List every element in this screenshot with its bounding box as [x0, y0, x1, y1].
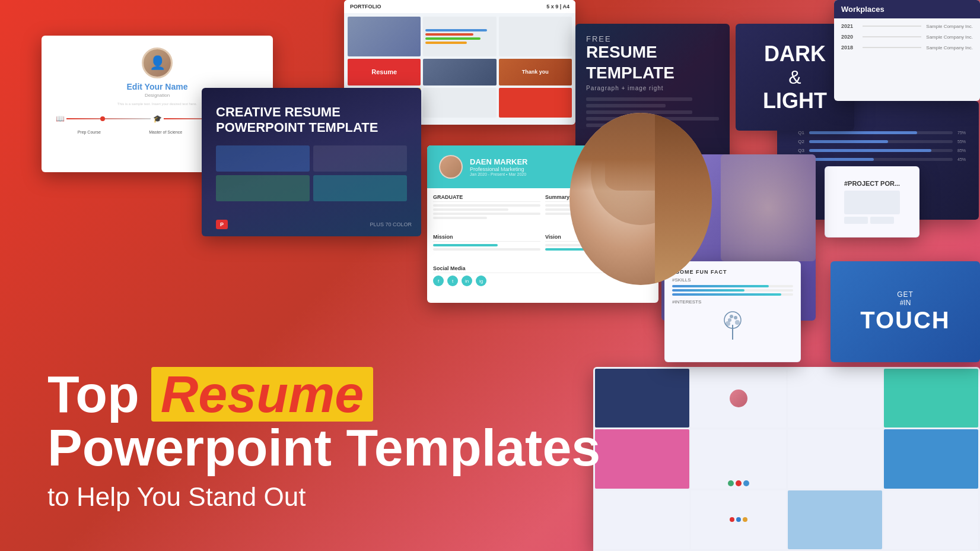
project-image: [844, 191, 900, 214]
workplaces-header: Workplaces: [834, 0, 980, 18]
skill-label-3: Q3: [787, 148, 804, 153]
tree-icon: [715, 307, 750, 340]
card-workplaces: Workplaces 2021 Sample Company Inc. 2020…: [834, 0, 980, 101]
milestone-1: Prep Course: [78, 130, 101, 134]
skill-row-1: Q1 75%: [787, 130, 969, 135]
skill-label-1: Q1: [787, 130, 804, 135]
skill-bar-fill-2: [809, 140, 888, 143]
dark-label: DARK: [763, 42, 827, 66]
grid-10: [691, 490, 785, 549]
skill-bar-bg-3: [809, 149, 953, 152]
company-name-3: Sample Company Inc.: [926, 45, 973, 50]
workplace-item-3: 2018 Sample Company Inc.: [841, 45, 973, 50]
grid-9: [595, 490, 689, 549]
company-name-1: Sample Company Inc.: [926, 24, 973, 29]
resume-title: RESUME: [586, 43, 719, 62]
grid-5: [595, 429, 689, 488]
portfolio-bars-cell: [423, 17, 496, 56]
skill-label-2: Q2: [787, 139, 804, 144]
company-line-1: [863, 26, 921, 27]
project-content: #PROJECT POR...: [838, 174, 906, 230]
portfolio-person: [423, 59, 496, 86]
twitter-icon: t: [447, 276, 458, 286]
in-label: #IN: [860, 299, 950, 307]
graduation-icon: 🎓: [151, 112, 164, 125]
skill-bar-bg-4: [809, 158, 953, 161]
ampersand: &: [763, 66, 827, 88]
facebook-icon: f: [433, 276, 444, 286]
milestone-2: Master of Science: [149, 130, 182, 134]
grid-cell-1: [216, 145, 310, 172]
woman-face-overlay: [569, 113, 712, 285]
grid-7: [788, 429, 882, 488]
fun-fact-bars: [672, 285, 793, 296]
daen-mission: Mission: [433, 234, 540, 261]
portfolio-size: 5 x 9 | A4: [546, 4, 569, 10]
portfolio-cell-7: [423, 88, 496, 118]
skill-bar-bg-2: [809, 140, 953, 143]
portfolio-image-cell: [348, 17, 421, 56]
company-line-2: [863, 36, 921, 37]
workplaces-list: 2021 Sample Company Inc. 2020 Sample Com…: [834, 18, 980, 60]
portfolio-cell-8: [499, 88, 572, 118]
creative-grid: [216, 145, 407, 201]
creative-resume-title: CREATIVE RESUMEPOWERPOINT TEMPLATE: [216, 104, 407, 136]
avatar: 👤: [142, 48, 173, 78]
card-creative-resume: CREATIVE RESUMEPOWERPOINT TEMPLATE P PLU…: [202, 88, 421, 236]
portfolio-title: PORTFOLIO: [350, 4, 381, 10]
designation-label: Designation: [145, 93, 170, 98]
fun-bar-1: [672, 285, 793, 287]
grid-12: [884, 490, 978, 549]
line-1: [586, 97, 692, 101]
card-get-in-touch: GET #IN TOUCH: [831, 261, 980, 362]
project-tags: [844, 217, 900, 224]
light-label: LIGHT: [763, 88, 827, 113]
grid-cell-2: [313, 145, 407, 172]
skill-bar-bg-1: [809, 131, 953, 134]
workplace-item-2: 2020 Sample Company Inc.: [841, 34, 973, 40]
year-3: 2018: [841, 45, 858, 50]
fun-bar-fill-3: [672, 293, 781, 296]
grid-6: [691, 429, 785, 488]
fun-bar-fill-1: [672, 285, 769, 287]
linkedin-icon: in: [462, 276, 472, 286]
company-name-2: Sample Company Inc.: [926, 34, 973, 40]
interests-label: #INTERESTS: [672, 299, 793, 305]
title-line1: Top Resume: [47, 367, 600, 422]
company-line-3: [863, 47, 921, 48]
workplace-item-1: 2021 Sample Company Inc.: [841, 23, 973, 29]
main-title-block: Top Resume Powerpoint Templates to Help …: [47, 367, 600, 515]
get-in-touch-text: GET #IN TOUCH: [860, 290, 950, 334]
grid-3: [788, 369, 882, 428]
nathan-face-area: [721, 154, 816, 261]
grid-11: [788, 490, 882, 549]
template-title: TEMPLATE: [586, 64, 719, 83]
template-subtitle: Paragraph + image right: [586, 85, 719, 91]
skill-bar-fill-4: [809, 158, 874, 161]
svg-point-2: [726, 321, 730, 326]
svg-point-4: [730, 315, 733, 318]
ppt-badge: P: [216, 220, 228, 229]
title-highlight: Resume: [151, 367, 373, 422]
skill-bar-fill-3: [809, 149, 931, 152]
year-2: 2020: [841, 34, 858, 40]
daen-avatar: [439, 155, 463, 179]
project-title: #PROJECT POR...: [844, 180, 900, 187]
daen-name: DAEN MARKER: [470, 157, 528, 166]
grid-2: [691, 369, 785, 428]
line-2: [586, 104, 666, 107]
daen-name-block: DAEN MARKER Professional Marketing Jan 2…: [470, 157, 528, 176]
skill-bar-fill-1: [809, 131, 917, 134]
get-label: GET: [860, 290, 950, 299]
grid-1: [595, 369, 689, 428]
touch-label: TOUCH: [860, 307, 950, 334]
skill-percent-1: 75%: [957, 131, 969, 135]
daen-role: Professional Marketing: [470, 166, 528, 172]
timeline-line: [66, 118, 151, 119]
grid-8: [884, 429, 978, 488]
skill-percent-3: 85%: [957, 148, 969, 153]
svg-point-6: [728, 318, 731, 322]
skill-percent-2: 55%: [957, 140, 969, 144]
title-prefix: Top: [47, 368, 139, 420]
plus-colors-label: PLUS 70 COLOR: [370, 221, 412, 227]
